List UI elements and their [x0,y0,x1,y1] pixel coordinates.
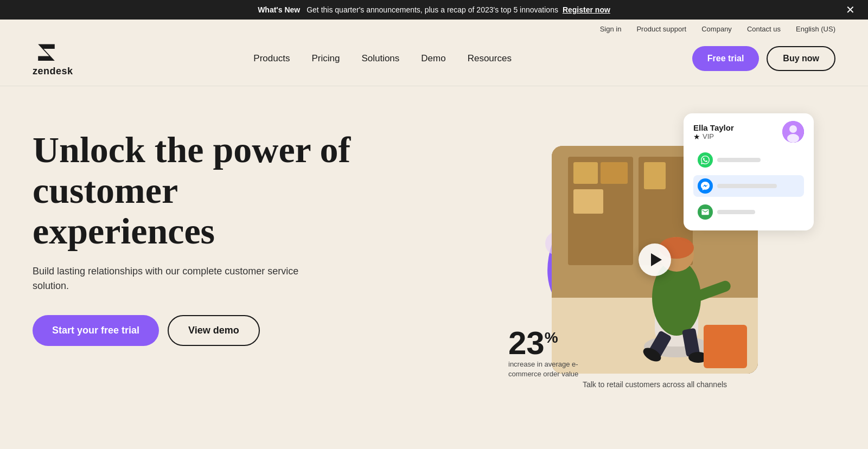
svg-rect-8 [573,162,598,184]
nav-pricing[interactable]: Pricing [311,53,340,63]
stat-number: 23% [508,327,584,360]
utility-nav: Sign in Product support Company Contact … [0,20,868,35]
main-nav: zendesk Products Pricing Solutions Demo … [0,35,868,86]
buy-now-button[interactable]: Buy now [767,46,835,71]
avatar [782,121,804,143]
vip-badge: ★ VIP [693,132,734,141]
vip-label: VIP [703,132,714,140]
svg-point-2 [787,134,799,143]
customer-info: Ella Taylor ★ VIP [693,123,734,141]
whatsapp-line [717,158,761,162]
nav-demo[interactable]: Demo [421,53,445,63]
contact-us-link[interactable]: Contact us [747,25,781,33]
nav-links: Products Pricing Solutions Demo Resource… [253,53,512,64]
sign-in-link[interactable]: Sign in [600,25,622,33]
customer-card-header: Ella Taylor ★ VIP [693,121,804,143]
stat-label: increase in average e-commerce order val… [508,360,584,379]
hero-title: Unlock the power of customer experiences [33,130,358,251]
product-support-link[interactable]: Product support [636,25,686,33]
announcement-bar: What's New Get this quarter's announceme… [0,0,868,20]
hero-subtitle: Build lasting relationships with our com… [33,264,304,293]
hero-buttons: Start your free trial View demo [33,315,474,346]
customer-card: Ella Taylor ★ VIP [684,113,814,230]
company-link[interactable]: Company [701,25,732,33]
svg-rect-23 [704,325,747,368]
svg-point-1 [789,125,797,133]
svg-rect-11 [644,162,666,189]
messenger-line [717,184,777,188]
logo-text: zendesk [33,66,73,77]
email-icon [698,204,713,220]
hero-section: Unlock the power of customer experiences… [0,86,868,410]
view-demo-button[interactable]: View demo [168,315,260,346]
hero-visual: Ella Taylor ★ VIP [474,119,835,389]
channel-rows [693,149,804,223]
start-trial-button[interactable]: Start your free trial [33,315,159,346]
nav-resources[interactable]: Resources [468,53,512,63]
nav-solutions[interactable]: Solutions [361,53,399,63]
svg-rect-10 [573,189,603,214]
email-channel-row [693,201,804,223]
star-icon: ★ [693,132,700,141]
close-announcement-button[interactable]: ✕ [846,4,855,15]
nav-products[interactable]: Products [253,53,290,63]
whatsapp-icon [698,152,713,168]
whatsapp-channel-row [693,149,804,171]
play-button[interactable] [639,243,671,276]
hero-text: Unlock the power of customer experiences… [33,119,474,346]
messenger-channel-row [693,175,804,197]
free-trial-button[interactable]: Free trial [692,46,760,71]
email-line [717,210,755,214]
register-link[interactable]: Register now [563,5,610,14]
whats-new-label: What's New [258,5,300,14]
hero-caption: Talk to retail customers across all chan… [583,380,727,389]
messenger-icon [698,178,713,194]
nav-cta: Free trial Buy now [692,46,835,71]
svg-rect-9 [601,162,628,184]
stat-overlay: 23% increase in average e-commerce order… [508,327,584,379]
announcement-message: Get this quarter's announcements, plus a… [307,5,558,14]
logo[interactable]: zendesk [33,40,73,77]
customer-name: Ella Taylor [693,123,734,132]
language-selector[interactable]: English (US) [796,25,835,33]
